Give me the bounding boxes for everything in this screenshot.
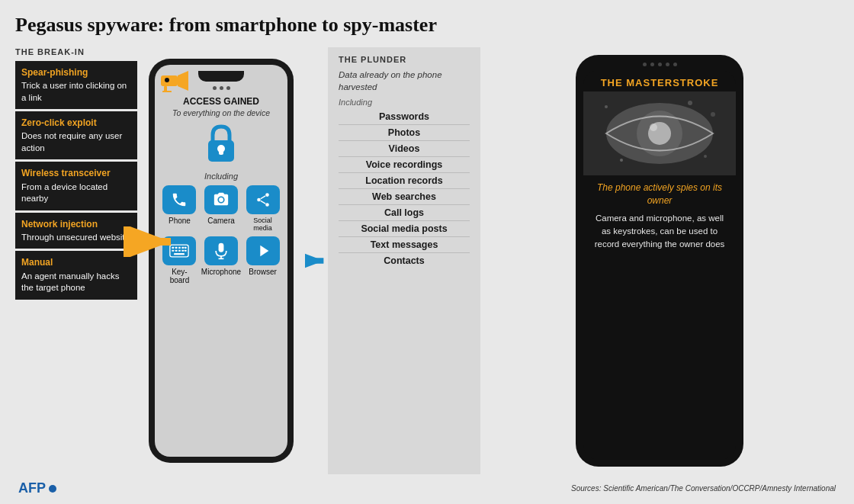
plunder-panel: THE PLUNDER Data already on the phone ha… bbox=[328, 47, 480, 474]
svg-point-11 bbox=[265, 193, 269, 197]
content-row: THE BREAK-IN Spear-phishingTrick a user … bbox=[15, 47, 839, 474]
phone1-shell: ACCESS GAINED To everything on the devic… bbox=[149, 59, 294, 463]
sources-text: Sources: Scientific American/The Convers… bbox=[571, 484, 836, 493]
masterstroke-title: THE MASTERSTROKE bbox=[583, 77, 736, 88]
svg-rect-27 bbox=[219, 242, 224, 252]
breakin-item: ManualAn agent manually hacks the target… bbox=[15, 251, 137, 299]
svg-point-6 bbox=[165, 78, 169, 82]
plunder-subtitle: Data already on the phone harvested bbox=[339, 69, 470, 93]
plunder-label: THE PLUNDER bbox=[339, 55, 470, 64]
breakin-item-title: Spear-phishing bbox=[21, 66, 131, 79]
lock-icon bbox=[202, 124, 240, 169]
blue-arrow-wrap bbox=[305, 47, 328, 474]
phone2-container: THE MASTERSTROKE bbox=[480, 47, 839, 474]
plunder-item: Web searches bbox=[339, 189, 470, 205]
app-microphone: Microphone bbox=[201, 236, 241, 284]
plunder-item: Passwords bbox=[339, 109, 470, 125]
app-social: Social media bbox=[246, 185, 280, 232]
plunder-item: Call logs bbox=[339, 205, 470, 221]
page-title: Pegasus spyware: from smartphone to spy-… bbox=[15, 14, 839, 37]
app-camera: Camera bbox=[201, 185, 241, 232]
access-sub: To everything on the device bbox=[172, 108, 270, 117]
svg-rect-18 bbox=[179, 246, 181, 248]
afp-dot bbox=[49, 485, 56, 493]
svg-line-14 bbox=[260, 201, 265, 204]
blue-arrow-icon bbox=[305, 249, 328, 272]
masterstroke-desc: Camera and microphone, as well as keystr… bbox=[583, 212, 736, 252]
breakin-item-title: Network injection bbox=[21, 218, 131, 230]
svg-point-41 bbox=[704, 155, 707, 158]
phone-notch bbox=[198, 71, 244, 82]
footer: AFP Sources: Scientific American/The Con… bbox=[15, 480, 839, 496]
svg-point-12 bbox=[265, 203, 269, 207]
svg-marker-30 bbox=[260, 245, 268, 256]
eye-image bbox=[583, 91, 736, 175]
svg-rect-19 bbox=[182, 246, 185, 248]
social-app-label: Social media bbox=[246, 217, 280, 232]
svg-rect-25 bbox=[185, 249, 187, 251]
svg-rect-9 bbox=[219, 149, 223, 155]
keyboard-app-label: Key-board bbox=[162, 268, 197, 284]
phone2-screen: THE MASTERSTROKE bbox=[583, 71, 736, 459]
breakin-item-title: Manual bbox=[21, 256, 131, 268]
app-phone: Phone bbox=[162, 185, 197, 232]
phone-app-icon bbox=[162, 185, 196, 214]
breakin-item: Network injectionThrough unsecured websi… bbox=[15, 213, 137, 249]
svg-rect-5 bbox=[162, 91, 172, 92]
svg-point-38 bbox=[605, 105, 608, 108]
microphone-app-icon bbox=[204, 236, 238, 265]
microphone-app-label: Microphone bbox=[201, 268, 241, 276]
plunder-item: Videos bbox=[339, 141, 470, 157]
afp-logo: AFP bbox=[18, 480, 56, 496]
breakin-item-desc: Trick a user into clicking on a link bbox=[21, 81, 127, 102]
breakin-item-title: Wireless transceiver bbox=[21, 167, 131, 179]
camera-app-label: Camera bbox=[207, 217, 235, 225]
plunder-item: Contacts bbox=[339, 253, 470, 268]
breakin-item: Spear-phishingTrick a user into clicking… bbox=[15, 61, 137, 109]
svg-line-13 bbox=[260, 196, 265, 199]
plunder-item: Text messages bbox=[339, 237, 470, 253]
app-grid: Phone Camera bbox=[159, 185, 283, 284]
cctv-icon bbox=[159, 69, 188, 95]
svg-rect-20 bbox=[185, 246, 187, 248]
phone-top-dots bbox=[213, 86, 230, 90]
breakin-label: THE BREAK-IN bbox=[15, 47, 137, 56]
breakin-item-desc: An agent manually hacks the target phone bbox=[21, 271, 120, 293]
breakin-item-desc: Through unsecured website bbox=[21, 233, 130, 242]
browser-app-icon bbox=[246, 236, 280, 265]
afp-text: AFP bbox=[18, 480, 46, 496]
masterstroke-header: THE MASTERSTROKE bbox=[583, 71, 736, 91]
breakin-item: Zero-click exploitDoes not require any u… bbox=[15, 111, 137, 159]
svg-point-39 bbox=[711, 112, 715, 117]
plunder-including: Including bbox=[339, 98, 470, 107]
svg-point-40 bbox=[620, 159, 623, 162]
yellow-arrow-icon bbox=[124, 226, 177, 257]
social-app-icon bbox=[246, 185, 280, 214]
svg-rect-2 bbox=[161, 75, 178, 86]
browser-app-label: Browser bbox=[249, 268, 277, 276]
app-browser: Browser bbox=[246, 236, 280, 284]
camera-app-icon bbox=[204, 185, 238, 214]
breakin-item-title: Zero-click exploit bbox=[21, 117, 131, 129]
phone2-shell: THE MASTERSTROKE bbox=[576, 55, 743, 467]
phone1-wrapper: ACCESS GAINED To everything on the devic… bbox=[137, 47, 305, 474]
breakin-item-desc: Does not require any user action bbox=[21, 131, 122, 152]
main-container: Pegasus spyware: from smartphone to spy-… bbox=[0, 0, 854, 504]
plunder-item: Location records bbox=[339, 173, 470, 189]
svg-rect-24 bbox=[182, 249, 185, 251]
breakin-panel: THE BREAK-IN Spear-phishingTrick a user … bbox=[15, 47, 137, 474]
svg-point-10 bbox=[257, 197, 261, 201]
breakin-item-desc: From a device located nearby bbox=[21, 182, 108, 204]
masterstroke-italic: The phone actively spies on its owner bbox=[583, 175, 736, 212]
svg-point-37 bbox=[650, 124, 657, 131]
svg-rect-23 bbox=[179, 249, 181, 251]
svg-point-42 bbox=[688, 101, 692, 105]
phone1-screen: ACCESS GAINED To everything on the devic… bbox=[155, 65, 287, 457]
breakin-item: Wireless transceiverFrom a device locate… bbox=[15, 162, 137, 210]
plunder-item: Voice recordings bbox=[339, 157, 470, 173]
plunder-item: Photos bbox=[339, 125, 470, 141]
svg-marker-3 bbox=[178, 71, 188, 91]
eye-graphic bbox=[583, 91, 736, 175]
including-text: Including bbox=[204, 172, 238, 181]
phone-app-label: Phone bbox=[169, 217, 191, 225]
